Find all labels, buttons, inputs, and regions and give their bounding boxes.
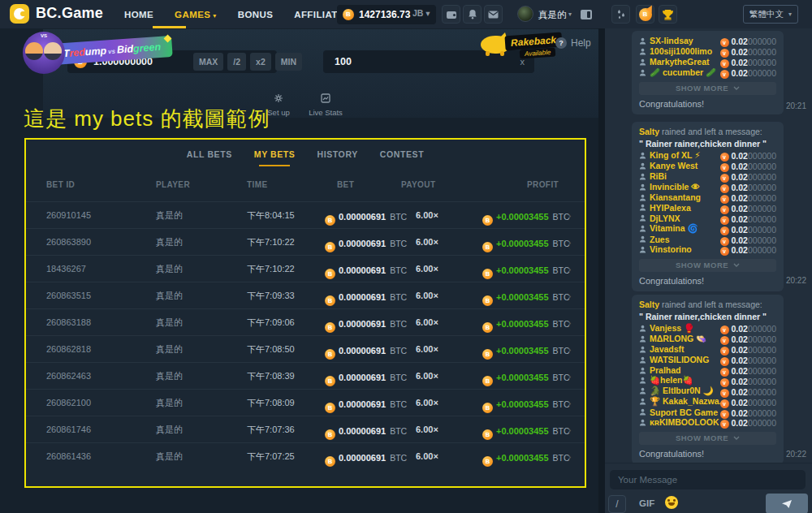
show-more-button[interactable]: SHOW MORE	[639, 82, 776, 95]
row-chevron-icon[interactable]: ›	[568, 336, 571, 363]
gif-button[interactable]: GIF	[639, 498, 654, 508]
help-icon[interactable]: ?	[555, 37, 567, 49]
table-row[interactable]: 260862100 真是的 下午7:08:09 B0.00000691BTC 6…	[26, 389, 585, 416]
crypto-promo-button[interactable]: B	[636, 5, 654, 24]
row-chevron-icon[interactable]: ›	[568, 256, 571, 282]
winner-name[interactable]: Zues	[650, 235, 720, 244]
max-button[interactable]: MAX	[193, 53, 223, 71]
rain-feature-button[interactable]	[611, 5, 630, 24]
winner-name[interactable]: King of XL ⚡	[650, 150, 720, 160]
table-row[interactable]: 260862463 真是的 下午7:08:39 B0.00000691BTC 6…	[26, 362, 585, 389]
table-row[interactable]: 260863890 真是的 下午7:10:22 B0.00000691BTC 6…	[26, 228, 585, 255]
winner-name[interactable]: Javadsft	[650, 344, 720, 354]
winner-name[interactable]: 🐊 EltIbur0N 🌙	[650, 386, 720, 396]
winner-name[interactable]: ᴋʀKIMBOOLOOK	[650, 417, 720, 427]
row-chevron-icon[interactable]: ›	[568, 282, 571, 309]
winner-name[interactable]: MarkytheGreat	[650, 57, 720, 67]
profit-amount: B+0.00003455BTC	[482, 443, 570, 472]
row-chevron-icon[interactable]: ›	[568, 416, 571, 443]
person-icon	[639, 173, 646, 180]
tab-my-bets[interactable]: MY BETS	[254, 149, 296, 166]
winner-name[interactable]: Kiansantang	[650, 192, 720, 202]
currency-selector[interactable]: JB ▾	[412, 8, 430, 18]
winner-name[interactable]: MΔRLONG 👒	[650, 334, 720, 344]
winner-name[interactable]: SX-lindsay	[650, 36, 720, 45]
message-timestamp: 20:22	[786, 450, 806, 459]
bc-game-logo-icon[interactable]	[10, 4, 29, 24]
slash-commands-button[interactable]: /	[608, 495, 626, 513]
emoji-button[interactable]	[665, 496, 678, 509]
winner-name[interactable]: 100siji1000limo	[650, 46, 720, 56]
table-row[interactable]: 260862818 真是的 下午7:08:50 B0.00000691BTC 6…	[26, 335, 585, 362]
table-row[interactable]: 260863515 真是的 下午7:09:33 B0.00000691BTC 6…	[26, 282, 585, 308]
winner-name[interactable]: Invincible 👁	[650, 182, 720, 192]
winner-name[interactable]: Suport BC Game	[650, 407, 720, 417]
nav-bonus[interactable]: BONUS	[238, 10, 274, 19]
min-button[interactable]: MIN	[275, 53, 302, 71]
nav-home[interactable]: HOME	[124, 10, 153, 19]
table-row[interactable]: 260861436 真是的 下午7:07:25 B0.00000691BTC 6…	[26, 442, 585, 469]
language-selector[interactable]: 繁體中文 ▾	[743, 5, 798, 24]
chat-message-input[interactable]	[610, 470, 806, 489]
wallet-button[interactable]	[442, 5, 460, 24]
winner-name[interactable]: DjLYNX	[650, 213, 720, 223]
show-more-button[interactable]: SHOW MORE	[639, 432, 776, 445]
congrats-text: Congratulations!	[639, 275, 776, 287]
table-row[interactable]: 260861746 真是的 下午7:07:36 B0.00000691BTC 6…	[26, 416, 585, 442]
tab-all-bets[interactable]: ALL BETS	[187, 149, 232, 166]
user-avatar[interactable]	[517, 6, 533, 22]
table-row[interactable]: 18436267 真是的 下午7:10:22 B0.00000691BTC 6.…	[26, 255, 585, 282]
winner-name[interactable]: Vitamina 🌀	[650, 223, 720, 234]
person-icon	[639, 58, 646, 66]
contest-button[interactable]	[659, 5, 677, 24]
chat-input-area: / GIF	[605, 463, 812, 513]
winner-name[interactable]: HYIPalexa	[650, 203, 720, 213]
winner-name[interactable]: Pralhad	[650, 365, 720, 375]
send-button[interactable]	[766, 494, 808, 513]
double-button[interactable]: x2	[250, 53, 271, 71]
event-banner-badge[interactable]: VS	[23, 32, 65, 74]
show-more-button[interactable]: SHOW MORE	[639, 259, 776, 272]
payout-multiplier: 6.00×	[416, 363, 438, 390]
winner-name[interactable]: 🥒 cucumber 🥒	[650, 67, 720, 78]
winner-name[interactable]: 🏆 Kakak_Nazwa...	[650, 396, 720, 407]
winner-name[interactable]: WATSILIDONG	[650, 355, 720, 364]
row-chevron-icon[interactable]: ›	[568, 202, 571, 229]
payout-multiplier: 6.00×	[416, 336, 438, 363]
notifications-button[interactable]	[463, 5, 482, 24]
chat-message-block: Salty rained and left a message: " Raine…	[605, 295, 812, 460]
winner-name[interactable]: RiBi	[650, 171, 720, 181]
message-timestamp: 20:21	[786, 101, 806, 110]
nav-games[interactable]: GAMES▾	[175, 10, 217, 19]
btc-coin-icon: B	[482, 376, 493, 386]
table-row[interactable]: 260863188 真是的 下午7:09:06 B0.00000691BTC 6…	[26, 308, 585, 335]
top-navbar: BC.Game HOME GAMES▾ BONUS AFFILIATE FORU…	[0, 0, 812, 28]
tab-contest[interactable]: CONTEST	[380, 149, 424, 166]
winner-name[interactable]: Vinstorino	[650, 244, 720, 254]
person-icon	[639, 387, 646, 394]
row-chevron-icon[interactable]: ›	[568, 443, 571, 470]
congrats-text: Congratulations!	[639, 448, 776, 459]
biden-face-icon	[44, 42, 62, 60]
logo-text[interactable]: BC.Game	[36, 5, 103, 22]
winner-name[interactable]: Vanjess 🥊	[650, 323, 720, 334]
row-chevron-icon[interactable]: ›	[568, 229, 571, 256]
table-row[interactable]: 260910145 真是的 下午8:04:15 B0.00000691BTC 6…	[26, 201, 585, 228]
winner-name[interactable]: 🍓helen🍓	[650, 375, 720, 386]
live-stats-button[interactable]: Live Stats	[301, 92, 350, 117]
username[interactable]: 真是的	[538, 9, 567, 21]
row-chevron-icon[interactable]: ›	[568, 363, 571, 390]
btc-coin-icon: B	[325, 349, 335, 360]
tab-history[interactable]: HISTORY	[317, 149, 357, 166]
chat-toggle-button[interactable]	[577, 5, 595, 24]
half-button[interactable]: /2	[227, 53, 246, 71]
row-chevron-icon[interactable]: ›	[568, 390, 571, 416]
messages-button[interactable]	[484, 5, 503, 24]
bet-amount: B0.00000691BTC	[325, 282, 407, 311]
person-icon	[639, 37, 646, 45]
btc-coin-icon: B	[482, 242, 493, 252]
help-label[interactable]: Help	[571, 37, 591, 49]
winner-name[interactable]: Kanye West	[650, 161, 720, 170]
row-chevron-icon[interactable]: ›	[568, 309, 571, 336]
chat-messages[interactable]: SX-lindsay v0.02000000 100siji1000limo v…	[605, 28, 812, 463]
